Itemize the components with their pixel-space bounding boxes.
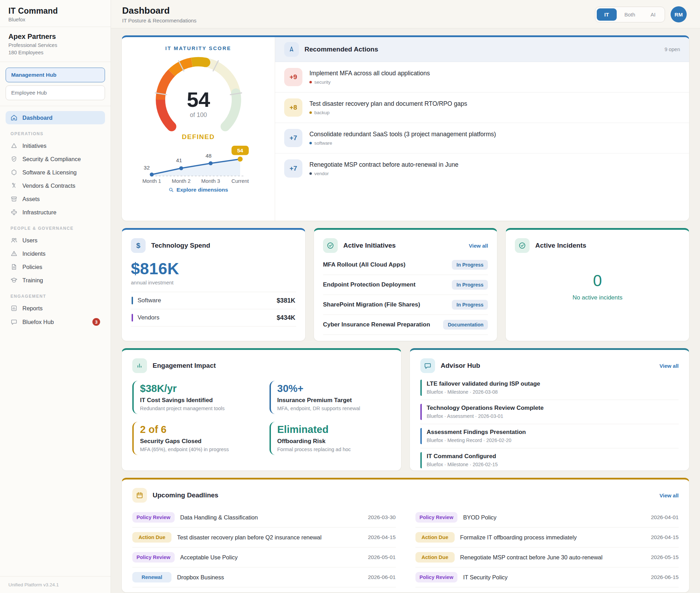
toggle-option-ai[interactable]: AI xyxy=(643,8,663,21)
advisor-item[interactable]: LTE failover validated during ISP outage… xyxy=(420,376,679,400)
trend-value-2: 41 xyxy=(176,157,182,163)
initiative-row[interactable]: MFA Rollout (All Cloud Apps) In Progress xyxy=(323,255,488,275)
initiative-name: SharePoint Migration (File Shares) xyxy=(323,301,424,308)
advisor-item[interactable]: Assessment Findings Presentation Bluefox… xyxy=(420,424,679,448)
action-item[interactable]: +8 Test disaster recovery plan and docum… xyxy=(275,92,689,123)
advisor-view-all-link[interactable]: View all xyxy=(659,363,679,369)
sidebar-item-users[interactable]: Users xyxy=(6,234,105,247)
stat-label: Security Gaps Closed xyxy=(140,438,253,445)
deadline-row[interactable]: Policy Review IT Security Policy 2026-06… xyxy=(415,567,679,587)
initiative-row[interactable]: SharePoint Migration (File Shares) In Pr… xyxy=(323,295,488,315)
management-hub-button[interactable]: Management Hub xyxy=(6,68,105,82)
sidebar-item-label: Users xyxy=(22,237,37,244)
users-icon xyxy=(10,237,18,244)
org-industry: Professional Services xyxy=(8,42,102,48)
mode-toggle: IT Both AI xyxy=(595,7,665,22)
sidebar-item-reports[interactable]: Reports xyxy=(6,302,105,315)
initiative-name: Cyber Insurance Renewal Preparation xyxy=(323,321,434,328)
advisor-item[interactable]: Technology Operations Review Complete Bl… xyxy=(420,400,679,424)
advisor-item-title: Technology Operations Review Complete xyxy=(427,405,679,412)
sidebar-item-assets[interactable]: Assets xyxy=(6,192,105,206)
advisor-hub-card: Advisor Hub View all LTE failover valida… xyxy=(410,348,690,471)
initiatives-view-all-link[interactable]: View all xyxy=(469,243,488,249)
action-title: Test disaster recovery plan and document… xyxy=(309,100,467,108)
category-bar xyxy=(132,297,133,304)
trend-label-3: Month 3 xyxy=(201,178,220,184)
explore-dimensions-link[interactable]: Explore dimensions xyxy=(168,187,228,193)
initiative-row[interactable]: Endpoint Protection Deployment In Progre… xyxy=(323,275,488,295)
org-card: Apex Partners Professional Services 180 … xyxy=(0,27,111,62)
stat-offboarding-risk: Eliminated Offboarding Risk Formal proce… xyxy=(270,422,391,455)
advisor-item-title: LTE failover validated during ISP outage xyxy=(427,380,679,387)
initiative-row[interactable]: Cyber Insurance Renewal Preparation Docu… xyxy=(323,315,488,335)
advisor-item[interactable]: IT Command Configured Bluefox · Mileston… xyxy=(420,448,679,473)
notification-badge: 3 xyxy=(92,318,100,326)
sidebar-item-infrastructure[interactable]: Infrastructure xyxy=(6,206,105,219)
sidebar-item-training[interactable]: Training xyxy=(6,274,105,287)
maturity-trend-chart: 32 41 48 54 Month 1 Month 2 Month 3 Curr… xyxy=(137,144,260,185)
deadline-type-badge: Policy Review xyxy=(132,512,175,523)
deadlines-view-all-link[interactable]: View all xyxy=(659,492,679,498)
advisor-item-title: IT Command Configured xyxy=(427,453,679,460)
status-badge: Documentation xyxy=(443,320,488,330)
cross-icon xyxy=(10,209,18,216)
hexagon-icon xyxy=(10,169,18,176)
active-incidents-card: Active Incidents 0 No active incidents xyxy=(505,228,690,341)
advisor-item-meta: Bluefox · Milestone · 2026-02-15 xyxy=(427,462,679,467)
sidebar-item-bluefox-hub[interactable]: Bluefox Hub 3 xyxy=(6,315,105,329)
sidebar-item-incidents[interactable]: Incidents xyxy=(6,247,105,260)
sidebar-item-dashboard[interactable]: Dashboard xyxy=(6,111,105,124)
action-title: Renegotiate MSP contract before auto-ren… xyxy=(309,161,458,168)
dashboard-content: IT MATURITY SCORE xyxy=(111,28,700,593)
employee-hub-button[interactable]: Employee Hub xyxy=(6,85,105,100)
open-count: 9 open xyxy=(665,47,680,52)
metrics-row: $ Technology Spend $816K annual investme… xyxy=(121,228,690,341)
explore-dimensions-label: Explore dimensions xyxy=(176,187,228,193)
stat-insurance-premium: 30%+ Insurance Premium Target MFA, endpo… xyxy=(270,381,391,414)
sidebar-item-software-licensing[interactable]: Software & Licensing xyxy=(6,166,105,179)
sidebar-item-label: Reports xyxy=(22,305,43,312)
toggle-option-both[interactable]: Both xyxy=(617,8,643,21)
sidebar-item-vendors-contracts[interactable]: Vendors & Contracts xyxy=(6,179,105,192)
sidebar-item-initiatives[interactable]: Initiatives xyxy=(6,139,105,152)
toggle-option-it[interactable]: IT xyxy=(597,8,617,21)
stat-value: $38K/yr xyxy=(140,383,253,394)
status-badge: In Progress xyxy=(452,280,488,290)
deadline-row[interactable]: Policy Review Data Handling & Classifica… xyxy=(132,508,396,528)
stat-value: 2 of 6 xyxy=(140,424,253,435)
recommended-actions-header: Recommended Actions 9 open xyxy=(275,37,689,62)
spend-row-software: Software $381K xyxy=(131,292,296,309)
incident-count: 0 xyxy=(515,271,680,290)
action-item[interactable]: +9 Implement MFA across all cloud applic… xyxy=(275,62,689,92)
action-item[interactable]: +7 Renegotiate MSP contract before auto-… xyxy=(275,153,689,184)
stat-note: Redundant project management tools xyxy=(140,406,253,411)
sidebar-item-label: Dashboard xyxy=(22,115,52,121)
maturity-actions-card: IT MATURITY SCORE xyxy=(121,35,690,221)
action-tag: backup xyxy=(314,110,330,115)
action-tag: software xyxy=(314,140,332,146)
incident-caption: No active incidents xyxy=(515,294,680,301)
tag-dot xyxy=(309,81,312,83)
deadline-row[interactable]: Action Due Formalize IT offboarding proc… xyxy=(415,528,679,547)
tag-dot xyxy=(309,172,312,175)
main-panel: Dashboard IT Posture & Recommendations I… xyxy=(111,0,700,593)
sidebar-item-security-compliance[interactable]: Security & Compliance xyxy=(6,152,105,166)
stat-cost-savings: $38K/yr IT Cost Savings Identified Redun… xyxy=(132,381,253,414)
nav-section-people-governance: PEOPLE & GOVERNANCE xyxy=(10,226,100,231)
deadlines-left-column: Policy Review Data Handling & Classifica… xyxy=(132,508,396,587)
action-item[interactable]: +7 Consolidate redundant SaaS tools (3 p… xyxy=(275,123,689,153)
sidebar-item-label: Assets xyxy=(22,196,40,202)
spend-caption: annual investment xyxy=(131,280,296,285)
deadline-row[interactable]: Policy Review BYOD Policy 2026-04-01 xyxy=(415,508,679,528)
sidebar-item-policies[interactable]: Policies xyxy=(6,260,105,274)
archive-icon xyxy=(10,195,18,202)
deadline-row[interactable]: Renewal Dropbox Business 2026-06-01 xyxy=(132,567,396,587)
recommended-actions-panel: Recommended Actions 9 open +9 Implement … xyxy=(275,37,689,221)
avatar[interactable]: RM xyxy=(671,6,687,22)
deadline-row[interactable]: Policy Review Acceptable Use Policy 2026… xyxy=(132,547,396,567)
deadline-row[interactable]: Action Due Renegotiate MSP contract befo… xyxy=(415,547,679,567)
stat-note: MFA, endpoint, DR supports renewal xyxy=(277,406,391,411)
sidebar-item-label: Security & Compliance xyxy=(22,156,81,163)
deadline-row[interactable]: Action Due Test disaster recovery plan b… xyxy=(132,528,396,547)
nav-section-operations: OPERATIONS xyxy=(10,131,100,136)
